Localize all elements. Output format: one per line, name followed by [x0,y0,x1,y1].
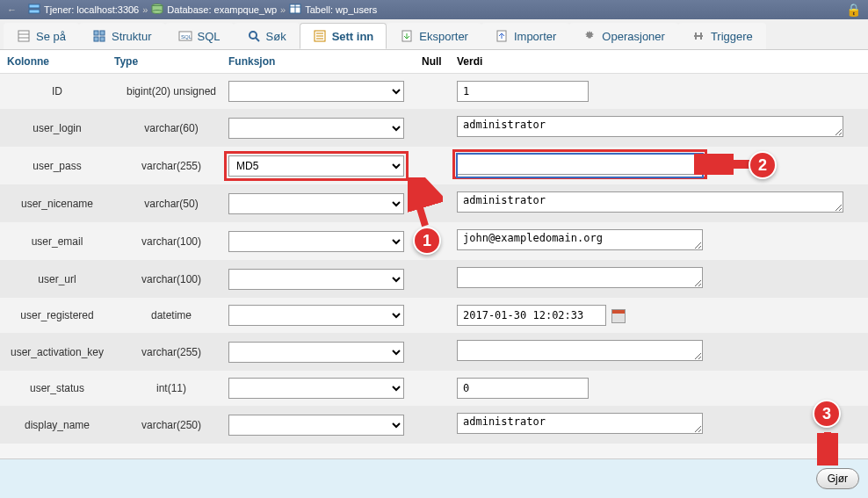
tab-label: Operasjoner [602,30,665,43]
arrow-3 [817,430,838,466]
value-input[interactable]: administrator [457,116,843,137]
header-column: Kolonne [0,55,114,68]
tab-structure[interactable]: Struktur [79,23,165,49]
svg-text:SQL: SQL [181,34,192,40]
tab-label: Importer [514,30,556,43]
header-function[interactable]: Funksjon [228,55,422,68]
function-select[interactable] [228,342,404,363]
tab-label: SQL [198,30,221,43]
svg-rect-1 [29,10,40,13]
value-input[interactable]: john@exampledomain.org [457,229,703,250]
function-select[interactable] [228,305,404,326]
callout-number: 1 [423,232,431,250]
lock-icon[interactable]: 🔒 [846,3,861,17]
tab-browse[interactable]: Se på [4,23,79,49]
svg-line-29 [412,182,425,226]
tab-label: Struktur [112,30,152,43]
svg-rect-13 [94,37,98,41]
value-input[interactable] [457,81,589,102]
breadcrumb-database[interactable]: Database: exampque_wp [167,4,277,15]
tab-label: Eksporter [419,30,468,43]
callout-3: 3 [813,400,841,428]
svg-point-17 [250,32,257,39]
svg-rect-11 [94,31,98,35]
table-icon [289,4,301,16]
table-row: user_registereddatetime [0,298,868,333]
table-row: user_urlvarchar(100) [0,260,868,298]
column-name: display_name [0,419,114,431]
function-select[interactable] [228,415,404,436]
breadcrumb: ← Tjener: localhost:3306 » Database: exa… [0,0,868,19]
function-select[interactable]: MD5 [228,155,404,177]
function-select[interactable] [228,231,404,252]
table-row: display_namevarchar(250)administrator [0,406,868,444]
header-value: Verdi [457,55,868,68]
tab-operations[interactable]: Operasjoner [569,23,678,49]
tab-label: Triggere [711,30,753,43]
function-select[interactable] [228,81,404,102]
value-input[interactable] [457,267,703,288]
callout-1: 1 [413,227,441,255]
tab-import[interactable]: Importer [481,23,569,49]
column-name: user_activation_key [0,346,114,358]
column-name: user_login [0,122,114,134]
svg-rect-8 [18,31,29,41]
value-input[interactable] [457,378,589,399]
column-type: varchar(250) [114,419,228,431]
header-null: Null [422,55,457,68]
callout-number: 3 [822,405,831,423]
table-row: user_statusint(11) [0,371,868,406]
tab-triggers[interactable]: Triggere [678,23,766,49]
breadcrumb-table[interactable]: Tabell: wp_users [305,4,377,15]
tabs-bar: Se på Struktur SQLSQL Søk Sett inn Ekspo… [0,19,868,50]
calendar-icon[interactable] [611,309,626,323]
tab-sql[interactable]: SQLSQL [165,23,234,49]
column-name: user_url [0,273,114,285]
tab-label: Sett inn [332,30,374,43]
function-select[interactable] [228,118,404,139]
column-name: ID [0,85,114,97]
column-type: varchar(50) [114,198,228,210]
table-row: user_loginvarchar(60)administrator [0,109,868,147]
arrow-2 [694,154,756,175]
column-type: varchar(60) [114,122,228,134]
column-type: varchar(255) [114,160,228,172]
column-name: user_pass [0,160,114,172]
column-name: user_nicename [0,198,114,210]
breadcrumb-server[interactable]: Tjener: localhost:3306 [44,4,139,15]
value-input[interactable] [457,340,703,361]
value-input[interactable] [457,305,606,326]
function-select[interactable] [228,269,404,290]
footer-bar: Gjør [0,458,868,498]
svg-line-18 [256,38,259,41]
callout-number: 2 [758,156,767,175]
svg-point-4 [152,11,163,14]
tab-search[interactable]: Søk [234,23,300,49]
column-name: user_registered [0,309,114,321]
column-type: bigint(20) unsigned [114,85,228,97]
header-type[interactable]: Type [114,55,228,68]
function-select[interactable] [228,378,404,399]
tab-label: Søk [266,30,286,43]
tab-label: Se på [36,30,66,43]
value-input[interactable]: administrator [457,191,843,213]
arrow-1 [408,177,443,230]
back-arrow-icon[interactable]: ← [7,4,25,15]
server-icon [28,4,40,16]
column-type: varchar(255) [114,346,228,358]
value-input[interactable]: NyttPassord88 [457,154,703,175]
table-body: IDbigint(20) unsigneduser_loginvarchar(6… [0,74,868,444]
function-select[interactable] [228,193,404,214]
value-input[interactable]: administrator [457,413,703,434]
column-type: varchar(100) [114,273,228,285]
submit-button[interactable]: Gjør [816,468,859,489]
column-name: user_status [0,382,114,394]
svg-rect-0 [29,4,40,8]
tab-insert[interactable]: Sett inn [300,23,387,49]
table-row: IDbigint(20) unsigned [0,74,868,109]
column-headers: Kolonne Type Funksjon Null Verdi [0,50,868,74]
svg-rect-12 [100,31,105,35]
column-type: varchar(100) [114,235,228,248]
svg-rect-14 [100,37,105,41]
tab-export[interactable]: Eksporter [387,23,481,49]
